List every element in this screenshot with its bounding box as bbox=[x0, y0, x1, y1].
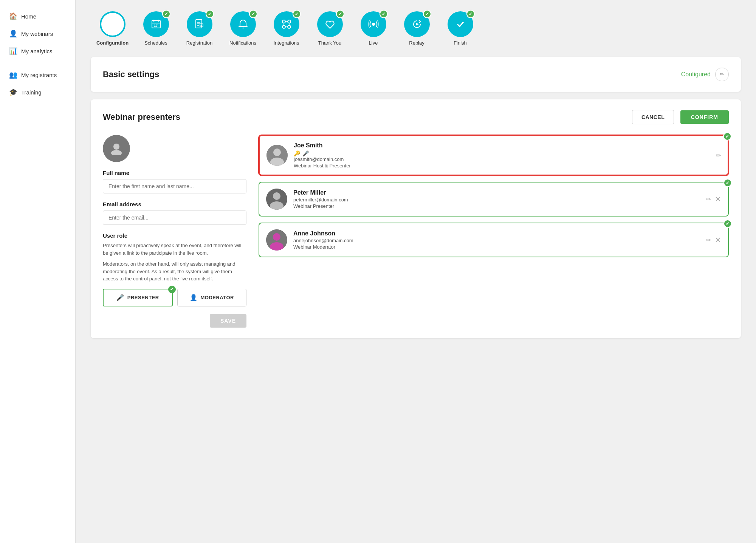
sidebar: 🏠Home👤My webinars📊My analytics👥My regist… bbox=[0, 0, 76, 543]
step-circle-schedules: 17 ✔ bbox=[143, 11, 169, 37]
svg-point-35 bbox=[273, 233, 280, 241]
presenter-actions-joe-smith: ✏ bbox=[716, 152, 721, 159]
step-circle-live: ✔ bbox=[361, 11, 386, 37]
remove-presenter-peter-miller-button[interactable]: ✕ bbox=[715, 195, 721, 204]
step-circle-integrations: ✔ bbox=[274, 11, 299, 37]
training-icon: 🎓 bbox=[9, 88, 17, 96]
my-analytics-icon: 📊 bbox=[9, 47, 17, 55]
step-circle-finish: ✔ bbox=[448, 11, 473, 37]
step-check-thank-you: ✔ bbox=[336, 10, 344, 18]
step-check-notifications: ✔ bbox=[249, 10, 257, 18]
sidebar-label-training: Training bbox=[21, 89, 42, 96]
home-icon: 🏠 bbox=[9, 12, 17, 20]
sidebar-item-my-registrants[interactable]: 👥My registrants bbox=[0, 66, 75, 84]
step-circle-configuration bbox=[100, 11, 125, 37]
remove-presenter-anne-johnson-button[interactable]: ✕ bbox=[715, 235, 721, 244]
webinar-presenters-card: Webinar presenters CANCEL CONFIRM bbox=[91, 99, 741, 338]
main-content: Configuration 17 ✔ Schedules ✔ Registrat… bbox=[76, 0, 756, 543]
step-check-registration: ✔ bbox=[206, 10, 214, 18]
step-label-live: Live bbox=[369, 40, 378, 46]
step-circle-replay: ✔ bbox=[404, 11, 430, 37]
step-label-thank-you: Thank You bbox=[318, 40, 341, 46]
presenter-form: Full name Email address User role Presen… bbox=[103, 135, 246, 328]
step-configuration[interactable]: Configuration bbox=[91, 11, 134, 46]
avatar-placeholder bbox=[103, 135, 130, 162]
step-integrations[interactable]: ✔ Integrations bbox=[265, 11, 308, 46]
sidebar-item-my-webinars[interactable]: 👤My webinars bbox=[0, 25, 75, 42]
presenter-email-joe-smith: joesmith@domain.com bbox=[294, 156, 710, 162]
edit-presenter-peter-miller-button[interactable]: ✏ bbox=[706, 196, 711, 203]
presenter-role-joe-smith: Webinar Host & Presenter bbox=[294, 163, 710, 169]
step-notifications[interactable]: ✔ Notifications bbox=[221, 11, 265, 46]
user-role-desc-1: Presenters will proactively speak at the… bbox=[103, 242, 246, 257]
avatar-anne-johnson bbox=[266, 229, 287, 251]
sidebar-label-my-webinars: My webinars bbox=[21, 31, 53, 37]
presenter-role-button[interactable]: ✔ 🎤 PRESENTER bbox=[103, 289, 173, 306]
moderator-label: MODERATOR bbox=[200, 295, 234, 300]
step-label-replay: Replay bbox=[409, 40, 424, 46]
sidebar-label-my-registrants: My registrants bbox=[21, 72, 57, 78]
svg-point-26 bbox=[113, 144, 119, 150]
presenter-info-joe-smith: Joe Smith 🔑 🎤 joesmith@domain.com Webina… bbox=[294, 142, 710, 169]
step-live[interactable]: ✔ Live bbox=[352, 11, 395, 46]
step-label-integrations: Integrations bbox=[274, 40, 299, 46]
presenter-check-icon: ✔ bbox=[168, 286, 176, 293]
svg-point-16 bbox=[282, 20, 285, 23]
svg-point-24 bbox=[372, 23, 375, 26]
step-replay[interactable]: ✔ Replay bbox=[395, 11, 438, 46]
sidebar-item-my-analytics[interactable]: 📊My analytics bbox=[0, 42, 75, 60]
full-name-input[interactable] bbox=[103, 179, 246, 193]
presenter-list: ✔ Joe Smith 🔑 🎤 joesmith@domain.com Webi… bbox=[259, 135, 729, 328]
user-role-title: User role bbox=[103, 232, 246, 239]
svg-marker-25 bbox=[416, 23, 419, 26]
presenter-name-anne-johnson: Anne Johnson bbox=[293, 230, 700, 237]
step-thank-you[interactable]: ✔ Thank You bbox=[308, 11, 352, 46]
cancel-button[interactable]: CANCEL bbox=[632, 110, 674, 124]
presenter-role-peter-miller: Webinar Presenter bbox=[293, 203, 700, 209]
user-role-desc-2: Moderators, on the other hand, will only… bbox=[103, 260, 246, 283]
presenter-role-anne-johnson: Webinar Moderator bbox=[293, 244, 700, 250]
save-button[interactable]: SAVE bbox=[210, 314, 246, 328]
presenter-name-joe-smith: Joe Smith bbox=[294, 142, 710, 149]
svg-point-15 bbox=[242, 28, 243, 29]
card-check-anne-johnson: ✔ bbox=[723, 220, 732, 228]
moderator-role-button[interactable]: 👤 MODERATOR bbox=[177, 289, 246, 306]
edit-basic-settings-button[interactable]: ✏ bbox=[715, 68, 729, 81]
step-check-finish: ✔ bbox=[466, 10, 475, 18]
step-label-schedules: Schedules bbox=[144, 40, 167, 46]
step-label-notifications: Notifications bbox=[229, 40, 256, 46]
sidebar-item-training[interactable]: 🎓Training bbox=[0, 84, 75, 101]
step-schedules[interactable]: 17 ✔ Schedules bbox=[134, 11, 178, 46]
step-finish[interactable]: ✔ Finish bbox=[438, 11, 482, 46]
confirm-button[interactable]: CONFIRM bbox=[680, 110, 729, 124]
email-input[interactable] bbox=[103, 210, 246, 225]
edit-presenter-anne-johnson-button[interactable]: ✏ bbox=[706, 237, 711, 244]
sidebar-item-home[interactable]: 🏠Home bbox=[0, 8, 75, 25]
step-check-integrations: ✔ bbox=[293, 10, 301, 18]
svg-point-29 bbox=[273, 149, 281, 156]
step-label-registration: Registration bbox=[186, 40, 212, 46]
key-icon: 🔑 bbox=[294, 150, 300, 156]
sidebar-label-home: Home bbox=[21, 13, 36, 20]
presenter-email-peter-miller: petermiller@domain.com bbox=[293, 197, 700, 203]
svg-point-19 bbox=[288, 25, 291, 28]
presenter-card-peter-miller[interactable]: ✔ Peter Miller petermiller@domain.com We… bbox=[259, 182, 729, 217]
my-registrants-icon: 👥 bbox=[9, 71, 17, 79]
step-circle-thank-you: ✔ bbox=[317, 11, 343, 37]
avatar-joe-smith bbox=[266, 145, 288, 166]
email-label: Email address bbox=[103, 201, 246, 207]
sidebar-label-my-analytics: My analytics bbox=[21, 48, 53, 54]
edit-presenter-joe-smith-button[interactable]: ✏ bbox=[716, 152, 721, 159]
step-check-replay: ✔ bbox=[423, 10, 431, 18]
step-registration[interactable]: ✔ Registration bbox=[178, 11, 221, 46]
svg-point-18 bbox=[282, 25, 285, 28]
presenter-name-peter-miller: Peter Miller bbox=[293, 189, 700, 196]
step-check-live: ✔ bbox=[380, 10, 388, 18]
presenter-card-joe-smith[interactable]: ✔ Joe Smith 🔑 🎤 joesmith@domain.com Webi… bbox=[259, 135, 729, 176]
presenter-label: PRESENTER bbox=[127, 295, 159, 300]
step-label-finish: Finish bbox=[454, 40, 467, 46]
card-check-peter-miller: ✔ bbox=[723, 179, 732, 187]
configured-status: Configured bbox=[681, 71, 711, 78]
svg-point-27 bbox=[111, 150, 122, 155]
presenter-card-anne-johnson[interactable]: ✔ Anne Johnson annejohnson@domain.com We… bbox=[259, 223, 729, 257]
